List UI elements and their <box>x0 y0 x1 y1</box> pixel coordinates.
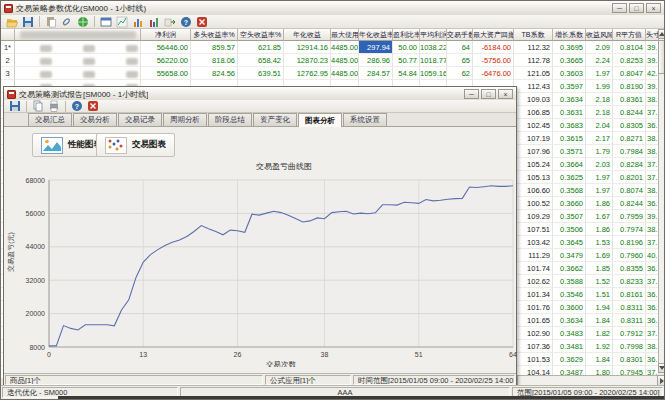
table-cell[interactable]: 1.53 <box>586 236 613 249</box>
table-cell[interactable]: 0.7984 <box>613 145 646 158</box>
table-cell[interactable]: 112.32 <box>514 41 553 54</box>
table-cell[interactable]: 102.45 <box>514 119 553 132</box>
table-cell[interactable]: 1.51 <box>586 288 613 301</box>
table-cell[interactable]: 50.77 <box>393 54 420 67</box>
column-chart-icon[interactable] <box>147 15 161 28</box>
table-cell[interactable]: 105.24 <box>514 158 553 171</box>
table-cell[interactable]: -5756.00 <box>473 54 514 67</box>
table-cell[interactable]: 1.84 <box>586 353 613 366</box>
table-cell[interactable]: 824.56 <box>191 67 238 80</box>
link-icon[interactable] <box>60 15 74 28</box>
table-cell[interactable]: 107.96 <box>514 145 553 158</box>
table-cell[interactable]: 0.3568 <box>553 184 586 197</box>
window-icon[interactable] <box>99 15 113 28</box>
table-cell[interactable]: 1.94 <box>586 301 613 314</box>
table-cell[interactable]: 109.29 <box>514 210 553 223</box>
table-cell[interactable]: 1.97 <box>586 171 613 184</box>
table-cell[interactable]: 12762.95 <box>284 67 331 80</box>
table-cell[interactable]: -6476.00 <box>473 67 514 80</box>
globe-icon[interactable] <box>76 15 90 28</box>
table-cell[interactable]: -6184.00 <box>473 41 514 54</box>
table-cell[interactable]: 0.8196 <box>613 236 646 249</box>
vertical-scroll-thumb[interactable] <box>658 40 665 74</box>
save-icon[interactable] <box>21 15 35 28</box>
table-cell[interactable]: 0.7959 <box>613 210 646 223</box>
table-cell[interactable]: 102.62 <box>514 275 553 288</box>
table-cell[interactable]: 0.3506 <box>553 223 586 236</box>
table-cell[interactable]: 101.74 <box>514 262 553 275</box>
table-cell[interactable]: 107.36 <box>514 340 553 353</box>
report-tab-8[interactable]: 系统设置 <box>343 113 387 126</box>
table-cell[interactable]: 121.05 <box>514 67 553 80</box>
table-cell[interactable]: 4485.00 <box>331 67 359 80</box>
maximize-button[interactable]: □ <box>629 3 644 13</box>
table-cell[interactable]: 0.8244 <box>613 197 646 210</box>
trade-chart-button[interactable]: 交易图表 <box>96 133 175 157</box>
table-cell[interactable]: 0.3645 <box>553 236 586 249</box>
table-cell[interactable]: 2.09 <box>586 41 613 54</box>
column-header[interactable]: 盈利比率 <box>393 29 420 41</box>
table-cell[interactable]: 2.03 <box>586 158 613 171</box>
table-cell[interactable]: 284.57 <box>359 67 393 80</box>
column-header[interactable]: 净利润 <box>141 29 191 41</box>
table-cell[interactable]: 0.8284 <box>613 158 646 171</box>
table-cell[interactable]: 0.8311 <box>613 301 646 314</box>
table-cell[interactable]: 0.3629 <box>553 353 586 366</box>
report-tab-7[interactable]: 图表分析 <box>298 113 342 127</box>
scroll-up-button[interactable] <box>658 29 665 39</box>
table-cell[interactable]: 2.18 <box>586 93 613 106</box>
table-cell[interactable]: 100.52 <box>514 197 553 210</box>
table-cell[interactable]: 621.85 <box>238 41 284 54</box>
table-cell[interactable]: 0.8190 <box>613 80 646 93</box>
column-header[interactable]: 年化收益率% <box>359 29 393 41</box>
table-cell[interactable]: 0.3631 <box>553 106 586 119</box>
table-cell[interactable]: 0.8244 <box>613 106 646 119</box>
table-row[interactable]: 1*56446.00859.57621.8512914.164485.00297… <box>1 41 659 54</box>
table-cell[interactable]: 1038.22 <box>420 41 447 54</box>
table-cell[interactable]: 102.90 <box>514 327 553 340</box>
table-cell[interactable]: 0.3664 <box>553 158 586 171</box>
column-header[interactable] <box>15 29 141 41</box>
vertical-scrollbar[interactable] <box>658 29 665 373</box>
column-header[interactable]: R平方值 <box>613 29 646 41</box>
column-header[interactable] <box>1 29 15 41</box>
report-tab-4[interactable]: 周期分析 <box>163 113 207 126</box>
table-cell[interactable]: 0.8271 <box>613 132 646 145</box>
table-cell[interactable]: 55658.00 <box>141 67 191 80</box>
table-cell[interactable]: 105.13 <box>514 171 553 184</box>
table-cell[interactable]: 286.96 <box>359 54 393 67</box>
paste-icon[interactable] <box>44 15 58 28</box>
save-icon[interactable] <box>8 100 22 113</box>
table-cell[interactable] <box>15 67 141 80</box>
export-icon[interactable] <box>163 15 177 28</box>
close-doc-icon[interactable] <box>195 15 209 28</box>
table-cell[interactable]: 0.3683 <box>553 119 586 132</box>
table-cell[interactable]: 56220.00 <box>141 54 191 67</box>
table-cell[interactable]: 1.52 <box>586 275 613 288</box>
copy-icon[interactable] <box>31 100 45 113</box>
table-cell[interactable]: 0.3600 <box>553 301 586 314</box>
table-cell[interactable]: 101.65 <box>514 314 553 327</box>
table-cell[interactable]: 639.51 <box>238 67 284 80</box>
column-header[interactable]: 平均利润 <box>420 29 447 41</box>
table-cell[interactable]: 62 <box>447 67 473 80</box>
table-cell[interactable]: 1059.16 <box>420 67 447 80</box>
table-cell[interactable]: 101.53 <box>514 353 553 366</box>
report-tab-3[interactable]: 交易记录 <box>118 113 162 126</box>
table-cell[interactable]: 0.3625 <box>553 171 586 184</box>
table-cell[interactable]: 0.8161 <box>613 288 646 301</box>
table-cell[interactable]: 1.82 <box>586 327 613 340</box>
table-cell[interactable]: 103.42 <box>514 236 553 249</box>
table-cell[interactable]: 2.17 <box>586 132 613 145</box>
bar-chart-icon[interactable] <box>131 15 145 28</box>
scroll-down-button[interactable] <box>658 363 665 373</box>
table-cell[interactable]: 0.8233 <box>613 275 646 288</box>
table-cell[interactable]: 107.19 <box>514 132 553 145</box>
table-cell[interactable]: 297.94 <box>359 41 393 54</box>
table-cell[interactable]: 0.8361 <box>613 93 646 106</box>
help-icon[interactable]: ? <box>70 100 84 113</box>
formula-chart-icon[interactable] <box>115 15 129 28</box>
table-cell[interactable]: 1018.77 <box>420 54 447 67</box>
table-cell[interactable]: 818.06 <box>191 54 238 67</box>
table-row[interactable]: 256220.00818.06658.4212870.234485.00286.… <box>1 54 659 67</box>
